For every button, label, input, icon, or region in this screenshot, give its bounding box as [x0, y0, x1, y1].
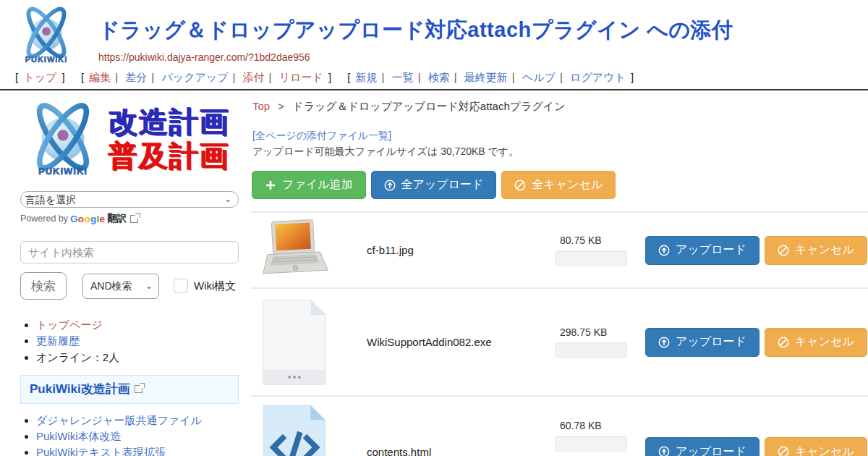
all-attachments-link[interactable]: [全ページの添付ファイル一覧]: [251, 130, 868, 143]
ban-circle-icon: [514, 180, 526, 191]
cancel-button[interactable]: キャンセル: [765, 236, 867, 265]
nav-link-help[interactable]: ヘルプ: [522, 71, 556, 83]
site-search-input[interactable]: [20, 241, 239, 263]
featured-link-box[interactable]: PukiWiki改造計画: [20, 375, 239, 404]
file-row: contents.html 60.78 KB アップロード キャンセル: [251, 395, 868, 456]
external-link-icon: [130, 215, 138, 223]
list-item: トップページ: [36, 317, 239, 332]
banner-slogan: 改造計画 普及計画: [106, 105, 230, 173]
sidebar: PUKIWIKI 改造計画 普及計画 言語を選択 ⌄ Powered by Go…: [0, 90, 250, 456]
breadcrumb-separator: >: [278, 100, 284, 112]
sidebar-link-toppage[interactable]: トップページ: [36, 318, 103, 331]
pukiwiki-atom-icon: [15, 6, 77, 59]
code-document-icon: [260, 404, 328, 456]
upload-circle-icon: [658, 245, 670, 256]
wiki-syntax-label: Wiki構文: [194, 279, 236, 293]
top-navigation: [ トップ ] [ 編集| 差分| バックアップ| 添付| リロード ] [ 新…: [0, 69, 868, 89]
nav-group-site: [ 新規| 一覧| 検索| 最終更新| ヘルプ| ログアウト ]: [345, 71, 636, 83]
ban-circle-icon: [778, 337, 789, 348]
list-item: PukiWiki本体改造: [36, 428, 239, 444]
nav-link-edit[interactable]: 編集: [89, 71, 111, 83]
slogan-line1: 改造計画: [109, 105, 230, 139]
upload-circle-icon: [384, 180, 396, 191]
upload-circle-icon: [658, 337, 670, 348]
sidebar-link-kaizou-keikaku[interactable]: PukiWiki改造計画: [30, 382, 130, 396]
sidebar-banner[interactable]: PUKIWIKI 改造計画 普及計画: [20, 102, 239, 177]
file-name: contents.html: [367, 446, 555, 456]
online-count: オンライン：2人: [36, 351, 119, 363]
list-item: PukiWikiテキスト表現拡張: [36, 444, 239, 456]
wiki-syntax-checkbox[interactable]: [174, 279, 188, 293]
upload-button[interactable]: アップロード: [645, 437, 760, 456]
site-logo[interactable]: PUKIWIKI: [13, 6, 80, 69]
sidebar-link-history[interactable]: 更新履歴: [36, 334, 80, 347]
file-size: 298.75 KB: [555, 326, 636, 338]
breadcrumb-home-link[interactable]: Top: [252, 100, 270, 112]
file-row: cf-b11.jpg 80.75 KB アップロード キャンセル: [251, 211, 868, 287]
nav-link-diff[interactable]: 差分: [125, 71, 147, 83]
ban-circle-icon: [778, 245, 789, 256]
html-file-icon: [258, 404, 331, 456]
upload-all-button[interactable]: 全アップロード: [371, 171, 497, 199]
nav-group-page: [ 編集| 差分| バックアップ| 添付| リロード ]: [79, 71, 333, 83]
nav-link-list[interactable]: 一覧: [392, 71, 414, 83]
pukiwiki-atom-icon: [22, 102, 103, 172]
generic-file-icon: [258, 298, 331, 387]
google-translate-credit: Powered by Google 翻訳: [20, 212, 239, 225]
upload-queue: cf-b11.jpg 80.75 KB アップロード キャンセル: [251, 211, 868, 456]
add-file-button[interactable]: ファイル追加: [252, 171, 366, 199]
laptop-thumbnail-icon: [260, 219, 329, 282]
search-button[interactable]: 検索: [20, 272, 67, 300]
max-upload-size-text: アップロード可能最大ファイルサイズは 30,720KB です。: [251, 145, 868, 159]
slogan-line2: 普及計画: [109, 139, 230, 173]
cancel-button[interactable]: キャンセル: [765, 328, 867, 357]
nav-link-backup[interactable]: バックアップ: [161, 71, 228, 83]
ban-circle-icon: [778, 446, 789, 456]
nav-link-attach[interactable]: 添付: [243, 71, 265, 83]
page-header: PUKIWIKI ドラッグ＆ドロップアップロード対応attachプラグイン への…: [0, 0, 868, 69]
list-item: 更新履歴: [36, 333, 239, 348]
page-url[interactable]: https://pukiwiki.dajya-ranger.com/?1bd2d…: [98, 51, 733, 63]
pukiwiki-brand-label: PUKIWIKI: [13, 55, 80, 64]
upload-progress-bar: [555, 342, 627, 358]
sidebar-plugin-links: ダジャレンジャー版共通ファイル PukiWiki本体改造 PukiWikiテキス…: [36, 413, 239, 456]
breadcrumb-current: ドラッグ＆ドロップアップロード対応attachプラグイン: [292, 100, 565, 112]
sidebar-top-links: トップページ 更新履歴 オンライン：2人: [36, 317, 239, 365]
file-name: WikiSupportAddin082.exe: [367, 336, 555, 348]
sidebar-link-text-ext[interactable]: PukiWikiテキスト表現拡張: [36, 446, 166, 456]
translate-label: 翻訳: [107, 212, 127, 225]
list-item: ダジャレンジャー版共通ファイル: [36, 413, 239, 428]
page-title: ドラッグ＆ドロップアップロード対応attachプラグイン への添付: [98, 16, 733, 45]
file-size: 60.78 KB: [555, 420, 636, 431]
external-link-icon: [135, 385, 142, 393]
file-document-icon: [260, 298, 329, 387]
sidebar-link-common-files[interactable]: ダジャレンジャー版共通ファイル: [36, 414, 202, 426]
upload-toolbar: ファイル追加 全アップロード 全キャンセル: [251, 171, 868, 199]
language-select[interactable]: 言語を選択: [20, 191, 239, 208]
nav-link-reload[interactable]: リロード: [279, 71, 323, 83]
nav-link-logout[interactable]: ログアウト: [570, 71, 626, 83]
google-logo: Google: [70, 214, 105, 224]
nav-link-search[interactable]: 検索: [428, 71, 450, 83]
file-name: cf-b11.jpg: [367, 244, 555, 256]
nav-link-new[interactable]: 新規: [356, 71, 378, 83]
file-row: WikiSupportAddin082.exe 298.75 KB アップロード…: [251, 287, 868, 395]
search-mode-select[interactable]: AND検索: [82, 274, 159, 299]
sidebar-link-core-mod[interactable]: PukiWiki本体改造: [36, 430, 122, 442]
image-thumbnail: [258, 219, 331, 282]
main-content: Top > ドラッグ＆ドロップアップロード対応attachプラグイン [全ページ…: [250, 90, 868, 456]
breadcrumb: Top > ドラッグ＆ドロップアップロード対応attachプラグイン: [251, 100, 868, 114]
nav-link-recent[interactable]: 最終更新: [464, 71, 508, 83]
list-item: オンライン：2人: [36, 350, 239, 365]
cancel-button[interactable]: キャンセル: [765, 437, 867, 456]
upload-button[interactable]: アップロード: [645, 236, 760, 265]
nav-group-top: [ トップ ]: [13, 71, 67, 83]
upload-progress-bar: [555, 250, 627, 266]
cancel-all-button[interactable]: 全キャンセル: [501, 171, 616, 199]
nav-link-top[interactable]: トップ: [23, 71, 56, 83]
file-size: 80.75 KB: [555, 235, 636, 246]
upload-circle-icon: [658, 446, 670, 456]
plus-icon: [265, 180, 276, 191]
upload-progress-bar: [555, 436, 627, 452]
upload-button[interactable]: アップロード: [645, 328, 760, 357]
